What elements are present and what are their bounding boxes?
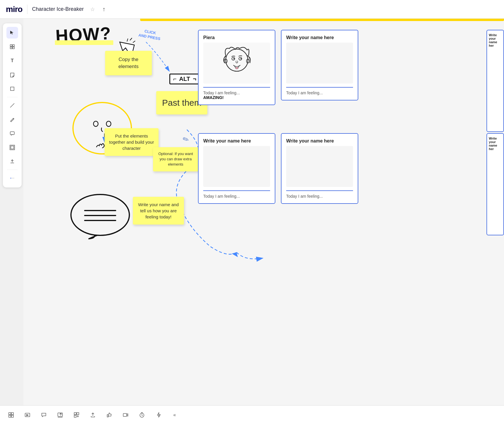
svg-rect-2 [13, 45, 14, 46]
card-write1-feeling-label: Today I am feeling... [286, 91, 353, 95]
card-piera-title: Piera [203, 35, 270, 40]
svg-rect-47 [123, 413, 127, 416]
share-screen-btn[interactable] [55, 410, 65, 420]
toolbar-divider-1 [7, 97, 18, 97]
svg-point-31 [240, 58, 241, 59]
video-btn[interactable] [120, 410, 131, 420]
card-write1-line [286, 87, 353, 88]
card-partial-right-bottom: Write your name her [486, 133, 504, 235]
svg-marker-13 [232, 251, 240, 257]
board-title: Character Ice-Breaker [32, 6, 84, 12]
svg-point-10 [11, 178, 11, 179]
chat-btn[interactable] [39, 410, 49, 420]
card-write3-line [286, 190, 353, 191]
svg-point-30 [233, 58, 234, 59]
click-press-label: CLICKAND PRESS [138, 28, 162, 41]
pencil-icon: ✏ [181, 134, 190, 145]
frame-tool[interactable] [6, 142, 18, 153]
card-write2-feeling-label: Today I am feeling... [203, 194, 270, 199]
svg-marker-48 [127, 414, 128, 416]
logo: miro [6, 5, 22, 14]
card-partial-right: Write your name her [486, 30, 504, 132]
svg-point-21 [106, 121, 111, 126]
sticky-write-name[interactable]: Write your name and tell us how you are … [133, 197, 184, 225]
comment-tool[interactable] [6, 128, 18, 139]
svg-rect-9 [11, 146, 14, 149]
svg-point-11 [12, 178, 13, 179]
svg-rect-5 [11, 87, 14, 91]
sticky-copy-elements[interactable]: Copy the elements [105, 51, 152, 75]
pen-tool[interactable] [6, 114, 18, 125]
card-piera-image [203, 43, 270, 84]
upload-tool[interactable] [6, 156, 18, 167]
collapse-btn[interactable]: « [169, 410, 180, 420]
toolbar-divider-2 [7, 170, 18, 170]
svg-line-17 [130, 38, 132, 40]
thumbsup-btn[interactable] [104, 410, 114, 420]
card-write2-line [203, 190, 270, 191]
svg-rect-43 [74, 413, 76, 415]
share-icon[interactable]: ↑ [102, 6, 105, 13]
svg-line-6 [10, 103, 14, 107]
star-icon[interactable]: ☆ [90, 6, 95, 13]
sticky-optional[interactable]: Optional: If you want you can draw extra… [153, 147, 198, 171]
timer-btn[interactable] [137, 410, 147, 420]
card-write3-title: Write your name here [286, 138, 353, 144]
svg-rect-4 [13, 47, 14, 49]
svg-rect-37 [9, 415, 11, 417]
note-tool[interactable] [6, 69, 18, 81]
svg-point-12 [13, 178, 14, 179]
card-write1-title: Write your name here [286, 35, 353, 40]
svg-rect-7 [10, 132, 14, 135]
select-tool[interactable] [6, 27, 18, 39]
bottom-toolbar: « [0, 405, 504, 424]
header-divider [27, 5, 27, 14]
canvas: HOW? CLICKAND PRESS ⌐ ALT ¬ Copy the ele… [23, 19, 504, 405]
speech-bubble [69, 192, 132, 240]
svg-rect-1 [10, 45, 12, 46]
lightning-btn[interactable] [153, 410, 164, 420]
alt-box: ⌐ ALT ¬ [169, 74, 200, 84]
grid-layout-btn[interactable] [6, 410, 16, 420]
present-btn[interactable] [22, 410, 33, 420]
card-piera-feeling-label: Today I am feeling... [203, 91, 270, 95]
header: miro Character Ice-Breaker ☆ ↑ [0, 0, 504, 19]
shape-tool[interactable] [6, 83, 18, 95]
card-write2-title: Write your name here [203, 138, 270, 144]
svg-rect-41 [58, 413, 62, 416]
svg-rect-44 [77, 413, 79, 415]
apps-btn[interactable] [71, 410, 82, 420]
canvas-inner: HOW? CLICKAND PRESS ⌐ ALT ¬ Copy the ele… [23, 19, 504, 405]
svg-line-18 [133, 41, 135, 43]
export-btn[interactable] [88, 410, 98, 420]
sticky-put-elements[interactable]: Put the elements together and build your… [105, 128, 159, 156]
text-tool[interactable]: T [6, 55, 18, 67]
svg-rect-36 [11, 413, 13, 415]
card-piera-feeling-value: AMAZING! [203, 95, 270, 100]
card-write3-image [286, 146, 353, 187]
svg-rect-38 [11, 415, 13, 417]
card-write3[interactable]: Write your name here Today I am feeling.… [281, 133, 358, 204]
card-piera[interactable]: Piera [198, 30, 275, 105]
card-write1[interactable]: Write your name here Today I am feeling.… [281, 30, 358, 100]
svg-point-34 [235, 67, 238, 69]
line-tool[interactable] [6, 100, 18, 111]
card-write3-feeling-label: Today I am feeling... [286, 194, 353, 199]
svg-rect-35 [9, 413, 11, 415]
card-write1-image [286, 43, 353, 84]
card-write2-image [203, 146, 270, 187]
svg-line-16 [127, 39, 128, 41]
svg-rect-46 [107, 415, 108, 417]
card-piera-line [203, 87, 270, 88]
more-tools[interactable] [6, 172, 18, 184]
how-highlight [55, 40, 113, 45]
svg-marker-40 [27, 414, 28, 416]
svg-marker-0 [10, 31, 13, 34]
svg-rect-3 [10, 47, 12, 49]
svg-point-20 [93, 121, 98, 126]
grid-tool[interactable] [6, 41, 18, 53]
card-write2[interactable]: Write your name here Today I am feeling.… [198, 133, 275, 204]
left-toolbar: T [3, 23, 22, 187]
svg-rect-45 [74, 415, 76, 417]
